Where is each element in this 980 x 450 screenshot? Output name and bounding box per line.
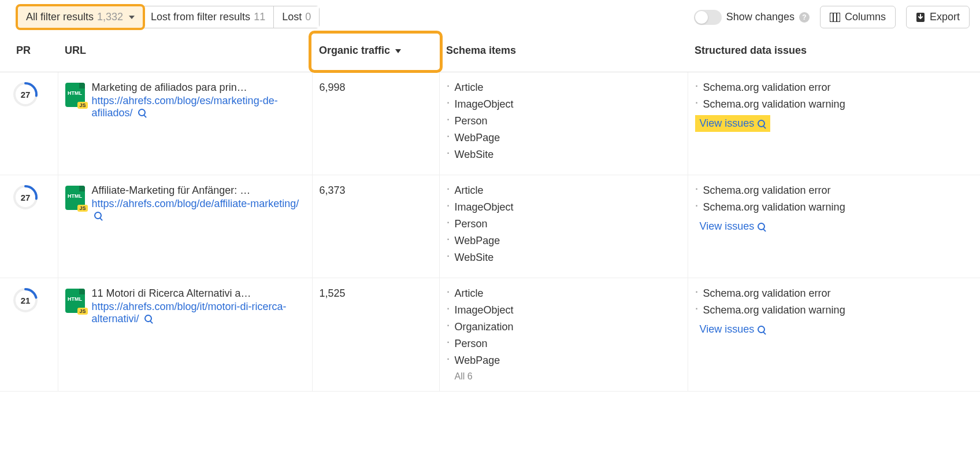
filter-tab-1[interactable]: Lost from filter results11 — [143, 6, 274, 28]
schema-item: Article — [447, 185, 681, 197]
schema-item: WebSite — [447, 149, 681, 161]
schema-list: ArticleImageObjectPersonWebPageWebSite — [447, 185, 681, 264]
schema-list: ArticleImageObjectPersonWebPageWebSite — [447, 82, 681, 161]
search-icon — [758, 326, 766, 334]
issues-cell: Schema.org validation errorSchema.org va… — [688, 175, 980, 278]
page-url-link[interactable]: https://ahrefs.com/blog/es/marketing-de-… — [92, 95, 305, 119]
schema-item: WebPage — [447, 235, 681, 247]
issue-item: Schema.org validation warning — [695, 201, 974, 213]
view-issues-link[interactable]: View issues — [695, 218, 771, 235]
schema-item: WebPage — [447, 355, 681, 367]
table-row: 21HTMLJS11 Motori di Ricerca Alternativi… — [0, 278, 980, 392]
traffic-cell: 6,373 — [312, 175, 439, 278]
issue-item: Schema.org validation warning — [695, 304, 974, 316]
pr-cell: 27 — [0, 72, 58, 175]
issue-item: Schema.org validation error — [695, 185, 974, 197]
tab-count: 1,332 — [97, 11, 123, 23]
issue-item: Schema.org validation warning — [695, 98, 974, 110]
filter-tab-2[interactable]: Lost0 — [274, 6, 319, 28]
export-icon — [916, 12, 925, 23]
schema-item: Article — [447, 82, 681, 94]
issue-item: Schema.org validation error — [695, 287, 974, 300]
search-icon — [758, 223, 766, 231]
export-button[interactable]: Export — [906, 6, 970, 28]
pr-cell: 27 — [0, 175, 58, 278]
schema-item: ImageObject — [447, 98, 681, 110]
html-js-file-icon: HTMLJS — [65, 83, 85, 107]
col-header-url[interactable]: URL — [58, 35, 312, 72]
help-icon[interactable]: ? — [799, 12, 810, 23]
col-header-organic-traffic[interactable]: Organic traffic — [312, 35, 439, 72]
traffic-cell: 1,525 — [312, 278, 439, 392]
tab-label: Lost — [282, 11, 302, 23]
schema-item: WebPage — [447, 132, 681, 144]
traffic-cell: 6,998 — [312, 72, 439, 175]
show-changes-toggle[interactable] — [694, 10, 722, 25]
search-icon[interactable] — [144, 315, 153, 323]
issues-list: Schema.org validation errorSchema.org va… — [695, 287, 974, 316]
columns-label: Columns — [845, 11, 886, 23]
issues-cell: Schema.org validation errorSchema.org va… — [688, 72, 980, 175]
chevron-down-icon — [129, 16, 135, 19]
svg-rect-0 — [830, 13, 840, 22]
schema-item: Organization — [447, 321, 681, 333]
schema-item: Person — [447, 218, 681, 230]
page-title: Marketing de afiliados para prin… — [92, 82, 305, 94]
url-cell: HTMLJSMarketing de afiliados para prin…h… — [58, 72, 312, 175]
url-cell: HTMLJSAffiliate-Marketing für Anfänger: … — [58, 175, 312, 278]
page-url-link[interactable]: https://ahrefs.com/blog/de/affiliate-mar… — [92, 198, 305, 222]
tab-count: 0 — [305, 11, 311, 23]
schema-items-cell: ArticleImageObjectPersonWebPageWebSite — [439, 175, 688, 278]
schema-item: WebSite — [447, 252, 681, 264]
schema-item: ImageObject — [447, 304, 681, 316]
col-header-traffic-label: Organic traffic — [319, 45, 390, 56]
schema-item: Person — [447, 338, 681, 350]
schema-show-all[interactable]: All 6 — [447, 371, 681, 382]
schema-items-cell: ArticleImageObjectPersonWebPageWebSite — [439, 72, 688, 175]
html-js-file-icon: HTMLJS — [65, 289, 85, 313]
schema-item: ImageObject — [447, 201, 681, 213]
columns-button[interactable]: Columns — [820, 6, 896, 28]
results-table: PR URL Organic traffic Schema items Stru… — [0, 35, 980, 392]
issues-cell: Schema.org validation errorSchema.org va… — [688, 278, 980, 392]
page-url-link[interactable]: https://ahrefs.com/blog/it/motori-di-ric… — [92, 301, 305, 325]
view-issues-link[interactable]: View issues — [695, 115, 771, 132]
filter-tab-0[interactable]: All filter results1,332 — [16, 4, 145, 30]
export-label: Export — [930, 11, 960, 23]
html-js-file-icon: HTMLJS — [65, 186, 85, 210]
issues-list: Schema.org validation errorSchema.org va… — [695, 82, 974, 110]
search-icon[interactable] — [138, 109, 146, 117]
show-changes-label: Show changes — [726, 11, 795, 23]
page-title: Affiliate-Marketing für Anfänger: … — [92, 185, 305, 197]
filter-tabs: All filter results1,332Lost from filter … — [17, 6, 320, 28]
col-header-schema-items[interactable]: Schema items — [439, 35, 688, 72]
tab-count: 11 — [254, 11, 265, 23]
col-header-structured-data-issues[interactable]: Structured data issues — [688, 35, 980, 72]
table-row: 27HTMLJSMarketing de afiliados para prin… — [0, 72, 980, 175]
schema-list: ArticleImageObjectOrganizationPersonWebP… — [447, 287, 681, 367]
pr-badge: 21 — [13, 287, 38, 313]
schema-item: Article — [447, 287, 681, 300]
tab-label: All filter results — [26, 11, 94, 23]
issue-item: Schema.org validation error — [695, 82, 974, 94]
search-icon[interactable] — [94, 212, 102, 220]
toolbar-right: Show changes ? Columns Export — [694, 6, 970, 28]
view-issues-link[interactable]: View issues — [695, 321, 771, 338]
search-icon — [758, 120, 766, 128]
pr-badge: 27 — [13, 185, 38, 210]
schema-item: Person — [447, 115, 681, 127]
toolbar: All filter results1,332Lost from filter … — [0, 0, 980, 35]
page-title: 11 Motori di Ricerca Alternativi a… — [92, 287, 305, 300]
table-row: 27HTMLJSAffiliate-Marketing für Anfänger… — [0, 175, 980, 278]
url-cell: HTMLJS11 Motori di Ricerca Alternativi a… — [58, 278, 312, 392]
tab-label: Lost from filter results — [151, 11, 250, 23]
schema-items-cell: ArticleImageObjectOrganizationPersonWebP… — [439, 278, 688, 392]
col-header-pr[interactable]: PR — [0, 35, 58, 72]
pr-cell: 21 — [0, 278, 58, 392]
pr-badge: 27 — [13, 82, 38, 107]
issues-list: Schema.org validation errorSchema.org va… — [695, 185, 974, 213]
columns-icon — [830, 13, 840, 22]
sort-descending-icon — [395, 49, 401, 53]
show-changes-control: Show changes ? — [694, 10, 810, 25]
